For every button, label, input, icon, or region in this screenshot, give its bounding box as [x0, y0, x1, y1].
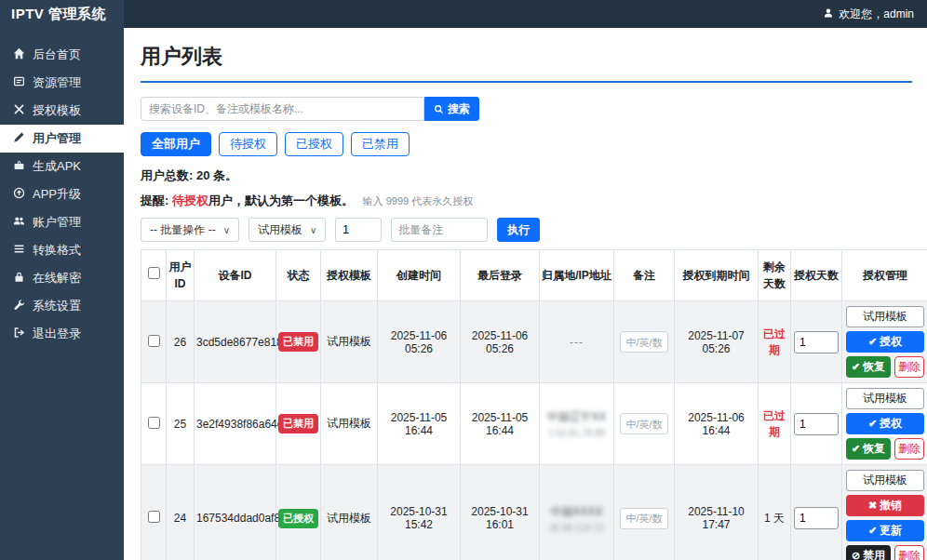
search-button-label: 搜索 — [448, 101, 470, 117]
cell-location: 中国辽宁XX — [542, 409, 611, 425]
sidebar-item-logout[interactable]: 退出登录 — [0, 320, 124, 348]
template-select[interactable]: 试用模板 — [846, 470, 924, 491]
search-input[interactable] — [141, 97, 424, 121]
disable-button[interactable]: ⊘禁用 — [846, 545, 891, 560]
sidebar-item-app-upgrade[interactable]: APP升级 — [0, 180, 124, 208]
sidebar-item-accounts[interactable]: 账户管理 — [0, 208, 124, 236]
col-user-id: 用户ID — [167, 250, 195, 301]
col-location: 归属地/IP地址 — [540, 250, 614, 301]
authorize-button[interactable]: ✔授权 — [846, 413, 924, 434]
sidebar-item-user-management[interactable]: 用户管理 — [0, 125, 124, 153]
notice-text: 提醒: 待授权用户，默认为第一个模板。 输入 9999 代表永久授权 — [141, 193, 912, 209]
wrench-icon — [13, 299, 25, 313]
col-status: 状态 — [276, 250, 321, 301]
col-manage: 授权管理 — [842, 250, 927, 301]
delete-button[interactable]: 删除 — [894, 545, 924, 560]
cell-device-id: 3cd5de8677e818fb — [195, 301, 276, 383]
col-template: 授权模板 — [321, 250, 378, 301]
sidebar-item-resources[interactable]: 资源管理 — [0, 69, 124, 97]
cell-device-id: 167534ddad0af85c — [195, 465, 276, 560]
sidebar-item-generate-apk[interactable]: 生成APK — [0, 153, 124, 180]
auth-days-input[interactable] — [794, 331, 839, 353]
app-window: IPTV 管理系统 后台首页 资源管理 授权模板 用户管理 生成APK — [0, 0, 927, 560]
sign-out-icon — [13, 327, 25, 341]
cell-created: 2025-11-06 05:26 — [378, 301, 461, 383]
batch-remark-input[interactable] — [391, 218, 488, 242]
tab-authorized[interactable]: 已授权 — [285, 132, 343, 156]
template-select[interactable]: 试用模板 — [846, 388, 924, 409]
auth-days-input[interactable] — [794, 413, 839, 435]
remark-input[interactable] — [620, 508, 668, 529]
tab-pending[interactable]: 待授权 — [219, 132, 277, 156]
restore-button[interactable]: ✔恢复 — [846, 438, 891, 460]
notice-label: 提醒: — [141, 193, 168, 207]
notice-highlight: 待授权 — [172, 193, 208, 207]
cell-template: 试用模板 — [321, 301, 378, 383]
user-icon — [823, 7, 834, 21]
sidebar-item-auth-templates[interactable]: 授权模板 — [0, 97, 124, 125]
table-row: 25 3e2f4938f86a64ef 已禁用 试用模板 2025-11-05 … — [141, 383, 927, 465]
check-icon: ✔ — [868, 525, 877, 537]
select-all-checkbox[interactable] — [148, 267, 160, 279]
lock-icon — [13, 271, 25, 286]
row-checkbox[interactable] — [148, 511, 160, 523]
cell-location: --- — [570, 336, 584, 349]
cell-remaining: 已过期 — [763, 327, 786, 356]
toolbox-icon — [13, 159, 25, 174]
status-badge: 已禁用 — [278, 414, 318, 433]
remark-input[interactable] — [620, 413, 668, 434]
remark-input[interactable] — [620, 331, 668, 353]
cell-location-ip: 1.53.81.78.88 — [542, 428, 611, 438]
cell-device-id: 3e2f4938f86a64ef — [195, 383, 276, 465]
cell-last-login: 2025-11-06 05:26 — [461, 301, 540, 383]
cell-last-login: 2025-10-31 16:01 — [461, 465, 540, 560]
users-icon — [13, 215, 25, 230]
cell-created: 2025-11-05 16:44 — [378, 383, 461, 465]
cell-expire: 2025-11-10 17:47 — [675, 465, 759, 560]
sidebar-item-label: 系统设置 — [33, 298, 81, 314]
search-bar: 搜索 — [141, 97, 912, 121]
table-row: 24 167534ddad0af85c 已授权 试用模板 2025-10-31 … — [141, 465, 927, 560]
status-badge: 已授权 — [278, 509, 318, 528]
col-created: 创建时间 — [378, 250, 461, 301]
filter-tabs: 全部用户 待授权 已授权 已禁用 — [141, 132, 912, 156]
search-button[interactable]: 搜索 — [424, 97, 479, 121]
sidebar-item-online-decrypt[interactable]: 在线解密 — [0, 264, 124, 292]
search-icon — [434, 104, 444, 114]
news-icon — [13, 75, 25, 90]
topbar: 欢迎您，admin — [124, 0, 927, 28]
row-checkbox[interactable] — [148, 417, 160, 429]
pen-icon — [13, 131, 25, 146]
sidebar-item-label: 退出登录 — [33, 326, 81, 342]
restore-button[interactable]: ✔恢复 — [846, 356, 891, 378]
delete-button[interactable]: 删除 — [894, 356, 924, 378]
sidebar-item-convert-format[interactable]: 转换格式 — [0, 236, 124, 264]
col-auth-days: 授权天数 — [791, 250, 842, 301]
check-icon: ✔ — [868, 418, 877, 430]
cell-template: 试用模板 — [321, 383, 378, 465]
sidebar-item-home[interactable]: 后台首页 — [0, 41, 124, 69]
update-button[interactable]: ✔更新 — [846, 520, 924, 541]
check-icon: ✔ — [852, 443, 860, 455]
notice-hint: 输入 9999 代表永久授权 — [363, 195, 474, 207]
sidebar-item-label: 后台首页 — [33, 47, 81, 63]
execute-button[interactable]: 执行 — [497, 218, 540, 242]
sidebar-nav: 后台首页 资源管理 授权模板 用户管理 生成APK APP升级 — [0, 28, 124, 348]
revoke-button[interactable]: ✖撤销 — [846, 495, 924, 516]
batch-operation-select[interactable]: -- 批量操作 -- ∨ — [141, 218, 239, 242]
row-actions: 试用模板 ✖撤销 ✔更新 ⊘禁用 删除 — [844, 468, 926, 560]
row-checkbox[interactable] — [148, 335, 160, 347]
col-remark: 备注 — [614, 250, 675, 301]
batch-days-input[interactable] — [335, 218, 382, 242]
tab-disabled[interactable]: 已禁用 — [351, 132, 410, 156]
cell-expire: 2025-11-06 16:44 — [675, 383, 759, 465]
template-select[interactable]: 试用模板 — [846, 306, 924, 327]
auth-days-input[interactable] — [794, 507, 839, 529]
col-last-login: 最后登录 — [461, 250, 540, 301]
cell-user-id: 24 — [167, 465, 195, 560]
delete-button[interactable]: 删除 — [894, 438, 924, 460]
authorize-button[interactable]: ✔授权 — [846, 331, 924, 353]
sidebar-item-system-settings[interactable]: 系统设置 — [0, 292, 124, 320]
tab-all-users[interactable]: 全部用户 — [141, 132, 211, 156]
batch-template-select[interactable]: 试用模板 ∨ — [249, 218, 326, 242]
